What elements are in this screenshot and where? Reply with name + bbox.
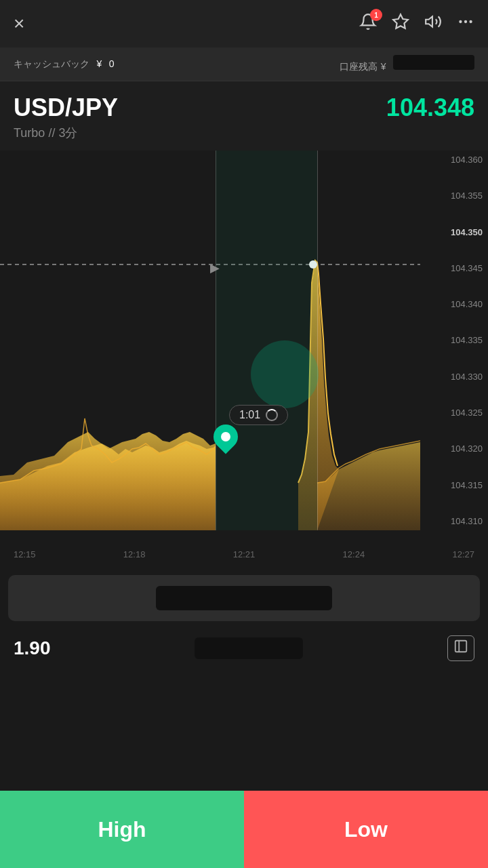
time-label-4: 12:27 <box>452 549 474 563</box>
svg-point-2 <box>459 20 462 23</box>
entry-marker-pin <box>209 420 243 454</box>
entry-marker-inner <box>221 432 230 441</box>
svg-point-3 <box>464 20 467 23</box>
close-icon[interactable]: × <box>14 14 24 33</box>
time-label-2: 12:21 <box>233 549 256 563</box>
time-label-3: 12:24 <box>343 549 365 563</box>
price-level-10: 104.310 <box>426 516 483 526</box>
instrument-name: USD/JPY <box>14 94 118 122</box>
time-axis: 12:15 12:18 12:21 12:24 12:27 <box>0 544 488 568</box>
cashback-amount: 0 <box>109 58 115 69</box>
svg-marker-1 <box>426 16 432 26</box>
price-level-4: 104.340 <box>426 299 483 309</box>
notification-badge: 1 <box>370 9 382 21</box>
notification-icon[interactable]: 1 <box>359 13 377 35</box>
timer-spinner <box>266 409 278 421</box>
entry-marker <box>214 425 238 449</box>
cashback-bar: キャッシュバック ¥ 0 口座残高 ¥ <box>0 47 488 81</box>
active-circle-indicator <box>251 340 319 408</box>
low-button[interactable]: Low <box>244 791 488 868</box>
trade-input-blurred <box>156 586 332 610</box>
instrument-header: USD/JPY 104.348 Turbo // 3分 <box>0 81 488 151</box>
price-level-9: 104.315 <box>426 480 483 490</box>
svg-rect-13 <box>455 641 467 652</box>
chart-container: 104.360 104.355 104.350 104.345 104.340 … <box>0 151 488 544</box>
price-level-2: 104.350 <box>426 227 483 237</box>
multiplier-value: 1.90 <box>14 637 51 659</box>
star-icon[interactable] <box>392 13 409 35</box>
timer-value: 1:01 <box>239 409 260 421</box>
time-label-1: 12:18 <box>123 549 146 563</box>
price-level-6: 104.330 <box>426 372 483 382</box>
instrument-subtitle: Turbo // 3分 <box>14 125 474 141</box>
price-level-7: 104.325 <box>426 408 483 418</box>
chart-arrow-indicator: ▶ <box>210 260 220 275</box>
more-icon[interactable] <box>457 13 474 35</box>
balance-currency: ¥ <box>381 61 386 72</box>
trade-input-bar[interactable] <box>8 575 480 621</box>
trade-buttons: High Low <box>0 791 488 868</box>
amount-row: 1.90 <box>0 628 488 669</box>
current-price: 104.348 <box>386 94 474 122</box>
price-level-0: 104.360 <box>426 155 483 165</box>
high-button[interactable]: High <box>0 791 244 868</box>
balance-label: 口座残高 <box>340 61 378 72</box>
cashback-currency: ¥ <box>96 58 102 69</box>
trade-options-icon[interactable] <box>447 635 474 661</box>
cashback-label: キャッシュバック <box>14 58 89 69</box>
amount-blurred <box>195 637 303 659</box>
price-axis: 104.360 104.355 104.350 104.345 104.340 … <box>420 151 488 530</box>
balance-value <box>393 55 474 70</box>
volume-icon[interactable] <box>424 13 442 35</box>
active-zone-overlay <box>216 151 317 530</box>
svg-marker-0 <box>393 14 408 28</box>
chart-svg <box>0 151 420 530</box>
price-level-5: 104.335 <box>426 335 483 345</box>
svg-point-4 <box>469 20 472 23</box>
time-label-0: 12:15 <box>14 549 36 563</box>
price-level-3: 104.345 <box>426 263 483 273</box>
timer-bubble: 1:01 <box>229 405 288 425</box>
price-level-8: 104.320 <box>426 443 483 454</box>
right-vertical-line <box>317 151 318 530</box>
price-level-1: 104.355 <box>426 191 483 201</box>
top-bar: × 1 <box>0 0 488 47</box>
